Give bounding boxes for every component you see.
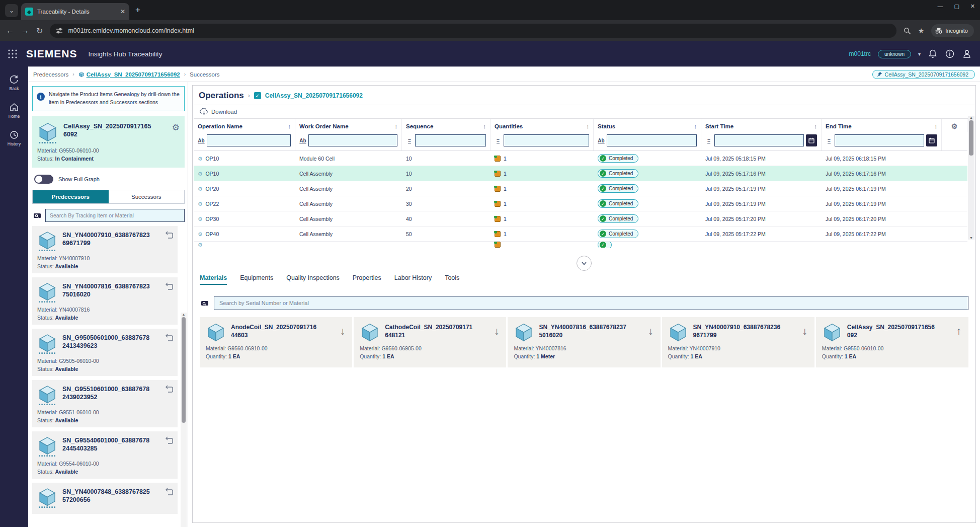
filter-input-start-time[interactable] <box>714 134 804 146</box>
sort-icon[interactable]: ↕ <box>694 123 697 129</box>
filter-input-work-order[interactable] <box>308 134 397 146</box>
filter-input-status[interactable] <box>607 134 697 146</box>
window-close-button[interactable]: ✕ <box>970 3 975 10</box>
material-card[interactable]: CathodeCoil_SN_20250709171648121 ↓ Mater… <box>354 317 506 367</box>
user-icon[interactable] <box>962 49 972 58</box>
new-tab-button[interactable]: + <box>135 5 140 15</box>
search-type-icon[interactable] <box>200 298 210 308</box>
filter-type-button[interactable]: = <box>826 138 833 143</box>
tab-quality-inspections[interactable]: Quality Inspections <box>286 274 340 285</box>
tab-successors[interactable]: Successors <box>109 190 185 203</box>
table-row[interactable]: ⚙OP30 Cell Assembly 40 1 ✓Completed Jul … <box>194 211 967 227</box>
col-start-time[interactable]: Start Time↕ <box>701 119 822 132</box>
trace-back-icon[interactable] <box>165 385 174 393</box>
trace-back-icon[interactable] <box>165 282 174 290</box>
col-end-time[interactable]: End Time↕ <box>822 119 942 132</box>
filter-type-button[interactable]: Ab <box>299 138 306 143</box>
sort-icon[interactable]: ↕ <box>935 123 938 129</box>
list-item[interactable]: SN_YN40007848_638876782557200656 <box>32 483 178 514</box>
material-card[interactable]: SN_YN40007910_638876782369671799 ↓ Mater… <box>662 317 814 367</box>
filter-type-button[interactable]: Ab <box>598 138 605 143</box>
list-item[interactable]: SN_G95540601000_638876782445403285 Mater… <box>32 431 178 479</box>
scroll-thumb[interactable] <box>969 120 973 156</box>
filter-type-button[interactable]: = <box>705 138 712 143</box>
filter-input-end-time[interactable] <box>835 134 924 146</box>
col-operation-name[interactable]: Operation Name↕ <box>194 119 295 132</box>
tab-equipments[interactable]: Equipments <box>240 274 273 285</box>
item-checkbox[interactable]: ✓ <box>254 92 261 99</box>
tab-close-icon[interactable]: ✕ <box>120 8 125 15</box>
sort-icon[interactable]: ↕ <box>587 123 590 129</box>
table-row-partial[interactable]: ⚙ ✓ <box>194 242 967 248</box>
trace-back-icon[interactable] <box>165 436 174 444</box>
filter-type-button[interactable]: = <box>406 138 413 143</box>
filter-input-operation-name[interactable] <box>207 134 291 146</box>
sidebar-scrollbar[interactable]: ▲ <box>181 313 187 527</box>
tab-search-button[interactable]: ⌄ <box>5 4 18 17</box>
selected-item-card[interactable]: CellAssy_SN_20250709171656092 ⚙ Material… <box>32 116 185 168</box>
app-launcher-icon[interactable] <box>8 49 17 58</box>
notifications-bell-icon[interactable] <box>928 49 938 58</box>
breadcrumb-successors[interactable]: Successors <box>190 71 219 78</box>
nav-back[interactable]: Back <box>9 74 19 91</box>
scroll-thumb[interactable] <box>182 317 186 423</box>
col-sequence[interactable]: Sequence↕ <box>402 119 491 132</box>
reload-button[interactable]: ↻ <box>36 26 43 36</box>
table-row-selected[interactable]: ⚙OP10 Cell Assembly 10 1 ✓Completed Jul … <box>194 166 967 181</box>
forward-button[interactable]: → <box>21 26 29 35</box>
col-quantities[interactable]: Quantities↕ <box>491 119 594 132</box>
sort-icon[interactable]: ↕ <box>814 123 818 129</box>
url-bar[interactable]: m001trc.emidev.momoncloud.com/index.html <box>50 24 896 38</box>
breadcrumb-current-item[interactable]: CellAssy_SN_20250709171656092 <box>78 71 180 78</box>
material-card[interactable]: AnodeCoil_SN_20250709171644603 ↓ Materia… <box>200 317 352 367</box>
filter-input-sequence[interactable] <box>415 134 486 146</box>
material-card[interactable]: SN_YN40007816_638876782375016020 ↓ Mater… <box>508 317 660 367</box>
calendar-icon[interactable] <box>926 134 937 146</box>
tab-predecessors[interactable]: Predecessors <box>33 190 109 203</box>
nav-home[interactable]: Home <box>9 102 20 119</box>
window-minimize-button[interactable]: — <box>937 3 943 10</box>
operations-item-link[interactable]: CellAssy_SN_20250709171656092 <box>265 92 363 99</box>
trace-back-icon[interactable] <box>165 231 174 239</box>
filter-input-quantities[interactable] <box>504 134 589 146</box>
materials-search-input[interactable] <box>214 296 968 310</box>
search-icon[interactable] <box>904 27 911 35</box>
nav-history[interactable]: History <box>8 130 21 146</box>
window-maximize-button[interactable]: ▢ <box>954 3 959 10</box>
table-row[interactable]: ⚙OP10 Module 60 Cell 10 1 ✓Completed Jul… <box>194 151 967 166</box>
info-icon[interactable] <box>945 49 955 58</box>
col-status[interactable]: Status↕ <box>594 119 701 132</box>
bookmark-star-icon[interactable]: ★ <box>918 27 925 35</box>
back-button[interactable]: ← <box>6 26 14 35</box>
tab-properties[interactable]: Properties <box>353 274 381 285</box>
filter-type-button[interactable]: Ab <box>198 138 205 143</box>
download-button[interactable]: Download <box>211 109 237 115</box>
expand-collapse-button[interactable] <box>577 256 592 271</box>
material-card[interactable]: CellAssy_SN_20250709171656092 ↑ Material… <box>816 317 968 367</box>
sort-icon[interactable]: ↕ <box>288 123 291 129</box>
breadcrumb-predecessors[interactable]: Predecessors <box>33 71 68 78</box>
sidebar-search-input[interactable] <box>45 209 185 222</box>
browser-tab[interactable]: ◈ Traceability - Details ✕ <box>21 3 129 20</box>
filter-type-button[interactable]: = <box>495 138 502 143</box>
list-item[interactable]: SN_G95510601000_638876782439023952 Mater… <box>32 380 178 427</box>
tab-tools[interactable]: Tools <box>445 274 459 285</box>
site-settings-icon[interactable] <box>56 27 63 34</box>
pinned-item-badge[interactable]: CellAssy_SN_20250709171656092 <box>872 70 975 79</box>
table-row[interactable]: ⚙OP40 Cell Assembly 50 1 ✓Completed Jul … <box>194 227 967 242</box>
search-type-icon[interactable] <box>32 210 42 220</box>
table-scrollbar[interactable]: ▲ ▼ <box>968 116 974 240</box>
col-work-order-name[interactable]: Work Order Name↕ <box>295 119 402 132</box>
processing-gears-icon[interactable]: ⚙ <box>172 122 180 133</box>
table-row[interactable]: ⚙OP22 Cell Assembly 30 1 ✓Completed Jul … <box>194 196 967 211</box>
scroll-up-icon[interactable]: ▲ <box>969 116 973 119</box>
trace-back-icon[interactable] <box>165 334 174 341</box>
scroll-up-icon[interactable]: ▲ <box>182 313 186 316</box>
list-item[interactable]: SN_YN40007816_638876782375016020 Materia… <box>32 277 178 325</box>
list-item[interactable]: SN_G95050601000_638876782413439623 Mater… <box>32 329 178 376</box>
tab-materials[interactable]: Materials <box>200 274 227 285</box>
tenant-chevron-down-icon[interactable]: ▾ <box>918 51 921 57</box>
calendar-icon[interactable] <box>806 134 817 146</box>
column-settings-gear-icon[interactable]: ⚙ <box>942 119 967 132</box>
table-row[interactable]: ⚙OP20 Cell Assembly 20 1 ✓Completed Jul … <box>194 181 967 196</box>
